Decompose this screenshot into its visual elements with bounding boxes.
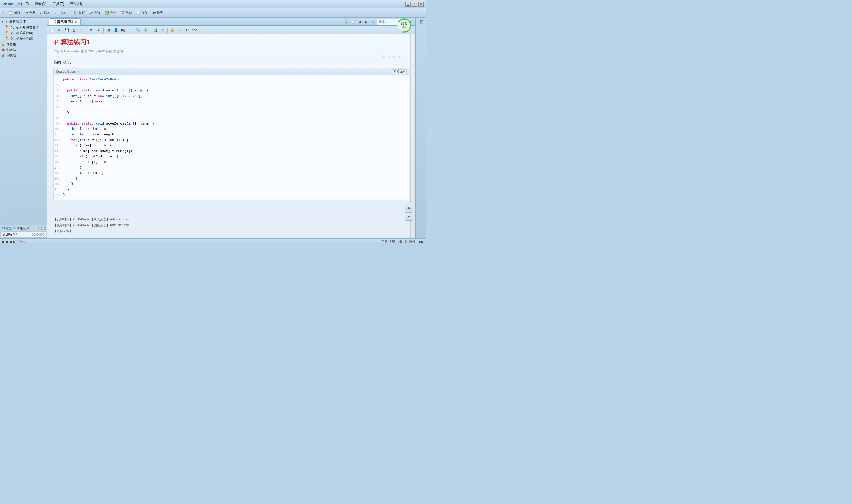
clock-btn[interactable]: 🕐 [350, 19, 356, 25]
footer-publish: 【发布时间】2020-04-02 【录入人员】Administrator [53, 216, 410, 222]
toolbar-mindmap[interactable]: 🗺 导图 [151, 10, 165, 16]
note-tag2-btn[interactable]: 🏷 [127, 27, 134, 33]
svg-text:0K/s: 0K/s [402, 25, 406, 28]
toolbar-pending-do[interactable]: ✅ 待办 [103, 10, 118, 16]
tab-close-button[interactable]: ✕ [75, 20, 77, 24]
status-next-btn[interactable]: ▶ [13, 240, 15, 244]
tab-title: 算法练习1 [57, 19, 73, 24]
filter-label[interactable]: Y=筛选 [1, 226, 12, 230]
edit-icon-1[interactable]: ✎ [382, 54, 385, 59]
toolbar-category[interactable]: 🗂 分类 [23, 10, 37, 16]
tree-item-project[interactable]: ▼ ◈ 新建项目(1) [0, 19, 47, 24]
note-title-text: 算法练习1 [60, 38, 90, 47]
note-print-btn[interactable]: 🖨 [71, 27, 77, 33]
minimize-button[interactable]: _ [405, 2, 411, 6]
note-sign-btn[interactable]: ✒ [176, 27, 183, 33]
note-export-btn[interactable]: ↗ [159, 27, 166, 33]
maximize-button[interactable]: □ [412, 2, 417, 6]
word-count: 字数: 535 [381, 239, 395, 244]
edit-icon-3[interactable]: ✕ [392, 54, 396, 59]
note-code-btn[interactable]: </> [184, 27, 190, 33]
code-line-2: 2. [54, 83, 409, 88]
expand-icon: ▼ [1, 20, 4, 23]
toolbar-schedule[interactable]: 📅 日程 [119, 10, 134, 16]
tree-item-2[interactable]: ▶ 📁 2、相关软件(0) [0, 30, 47, 36]
note-edit-btn[interactable]: ✏ [56, 27, 63, 33]
close-button[interactable]: ✕ [418, 2, 424, 6]
tree-item-1[interactable]: ▶ 📁 1、个人知识管理(1) [0, 24, 47, 30]
code-line-6: 6. [54, 104, 409, 110]
tree-item-3[interactable]: ▶ 📁 3、相关特性(0) [0, 36, 47, 41]
note-k-btn[interactable]: (K) [120, 27, 126, 33]
note-toolbar: 📄 ✏ 💾 🖨 ✕ ⚑ ★ ⊞ 👤 (K) 🏷 📎 🔗 🖼 ↗ ✍ [47, 26, 415, 34]
menu-view[interactable]: 查看(V) [33, 1, 48, 6]
code-line-19: 19. } [54, 176, 409, 182]
safe-icon: 🔒 [1, 42, 5, 47]
toolbar-pending-read[interactable]: 👁 待阅 [88, 10, 102, 16]
note-save-btn[interactable]: 💾 [63, 27, 70, 33]
status-right: 字数: 535 图片 0 附件 ◀ ▶ [381, 239, 424, 244]
toolbar-project[interactable]: 📋 项目 [6, 10, 22, 16]
nav-info-btn[interactable]: ℹ [344, 19, 349, 24]
note-attach-btn[interactable]: 👤 [112, 27, 119, 33]
progress-circle: 78% 0K/s [396, 18, 412, 33]
tab-icon: 书 [52, 19, 56, 24]
title-bar: PKM2 文件(F) 查看(V) 工具(T) 帮助(H) _ □ ✕ [0, 0, 426, 8]
note-view-btn[interactable]: ⊞ [105, 27, 111, 33]
toolbar-home[interactable]: 🏠 首页 [72, 10, 87, 16]
note-abc-btn[interactable]: ABC [191, 27, 198, 33]
tree-item-trash[interactable]: 🗑 回收站 [0, 53, 47, 58]
spacer [53, 203, 410, 212]
code-line-14: 14. nums[lastIndex] = nums[i]; [54, 148, 409, 154]
back-btn[interactable]: ◀ [357, 19, 363, 25]
filter-options-icon[interactable]: □ [44, 226, 46, 230]
note-flag-btn[interactable]: ⚑ [88, 27, 94, 33]
code-line-16: 16. nums[i] = 0; [54, 159, 409, 165]
tree-item-safe[interactable]: 🔒 保密柜 [0, 41, 47, 47]
note-title: 书 算法练习1 [53, 38, 410, 47]
toolbar-expand-btn[interactable]: ⊞ [420, 19, 424, 24]
forward-btn[interactable]: ▶ [364, 19, 369, 25]
note-img-btn[interactable]: 🖼 [152, 27, 158, 33]
tab-note[interactable]: 书 算法练习1 ✕ [49, 18, 81, 25]
note-link-btn[interactable]: 🔗 [142, 27, 149, 33]
toolbar-sticky[interactable]: 📝 便笺 [135, 10, 150, 16]
edit-icon-2[interactable]: ✕ [387, 54, 390, 59]
status-bar: ▶ ■ ◀ ▶ 左定位 字数: 535 图片 0 附件 ◀ ▶ [0, 238, 426, 245]
note-star-btn[interactable]: ★ [95, 27, 102, 33]
note-delete-btn[interactable]: ✕ [78, 27, 85, 33]
folder-yellow-2-icon: ▶ 📁 [6, 37, 10, 41]
code-line-10: 10. int lastIndex = 0; [54, 126, 409, 132]
status-prev-btn[interactable]: ◀ [9, 240, 12, 244]
sticky-icon: 📝 [137, 11, 141, 15]
code-block-wrapper: Source Code: ▼ ⎘ Copy 1. public class Te… [53, 68, 410, 200]
sidebar-tree: ▼ ◈ 新建项目(1) ▶ 📁 1、个人知识管理(1) ▶ 📁 2、相关软件(0… [0, 18, 47, 225]
copy-button[interactable]: ⎘ Copy [392, 69, 407, 74]
code-line-20: 20. } [54, 181, 409, 187]
refresh-btn[interactable]: ↺ [370, 19, 376, 25]
svg-text:78%: 78% [401, 22, 407, 25]
sort-asc-icon[interactable]: ↑ [38, 226, 40, 230]
note-paperclip-btn[interactable]: 📎 [135, 27, 141, 33]
tree-item-transfer[interactable]: 📤 中转站 [0, 47, 47, 53]
menu-help[interactable]: 帮助(H) [68, 1, 84, 6]
sidebar-note-item[interactable]: 算法练习1 20/04/02 [1, 231, 46, 237]
note-handwrite-btn[interactable]: ✍ [169, 27, 176, 33]
tb-sep-2 [103, 28, 104, 33]
tree-item-label-1: 1、个人知识管理(1) [11, 25, 40, 30]
note-new-btn[interactable]: 📄 [49, 27, 55, 33]
code-line-9: 9. public static void moveZeroes(int[] n… [54, 121, 409, 127]
toolbar-bookmark[interactable]: 📖 书签 [53, 10, 68, 16]
copy-icon: ⎘ [394, 70, 396, 73]
sort-desc-icon[interactable]: ↓ [41, 226, 42, 230]
pending-do-icon: ✅ [105, 11, 109, 15]
toolbar-tag[interactable]: 🏷 标签 [38, 10, 52, 16]
note-title-icon: 书 [53, 39, 58, 46]
edit-icon-4[interactable]: ✕ [398, 54, 401, 59]
menu-file[interactable]: 文件(F) [15, 1, 31, 6]
menu-tools[interactable]: 工具(T) [51, 1, 66, 6]
status-stop-btn[interactable]: ■ [6, 240, 8, 244]
home-icon: 🏠 [74, 11, 78, 15]
status-play-btn[interactable]: ▶ [2, 240, 5, 244]
status-nav-arrows[interactable]: ◀ ▶ [418, 240, 424, 244]
